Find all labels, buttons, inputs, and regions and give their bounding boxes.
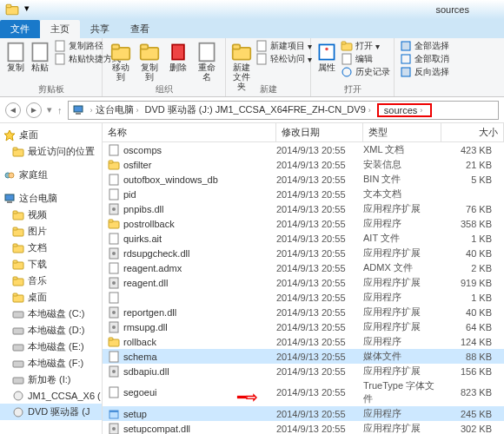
sidebar-item-videos[interactable]: 视频 xyxy=(0,207,102,223)
open-button[interactable]: 打开 ▾ xyxy=(341,40,390,52)
sidebar-item-c-drive[interactable]: 本地磁盘 (C:) xyxy=(0,306,102,322)
rename-button[interactable]: 重命名 xyxy=(195,40,220,82)
file-type: 应用程序 xyxy=(363,291,441,304)
select-none-button[interactable]: 全部取消 xyxy=(400,53,499,65)
ribbon-tabs: 文件 主页 共享 查看 xyxy=(0,19,504,38)
file-type: 应用程序 xyxy=(363,407,441,420)
col-type: 类型 xyxy=(363,123,441,141)
tab-view[interactable]: 查看 xyxy=(120,20,160,38)
table-row[interactable]: osfilter2014/9/13 20:55安装信息21 KB xyxy=(103,157,504,172)
nav-pane[interactable]: 桌面 最近访问的位置 家庭组 这台电脑 视频 图片 文档 下载 音乐 桌面 本地… xyxy=(0,123,103,434)
tab-share[interactable]: 共享 xyxy=(80,20,120,38)
file-size: 919 KB xyxy=(441,278,504,288)
history-button[interactable]: 历史记录 xyxy=(341,66,390,78)
copy-button[interactable]: 复制 xyxy=(5,40,26,72)
sidebar-item-homegroup[interactable]: 家庭组 xyxy=(0,167,102,183)
table-row[interactable]: 2014/9/13 20:55应用程序1 KB xyxy=(103,290,504,305)
table-row[interactable]: setupcompat.dll2014/9/13 20:55应用程序扩展302 … xyxy=(103,421,504,434)
group-organize-label: 组织 xyxy=(103,83,225,95)
table-row[interactable]: reportgen.dll2014/9/13 20:55应用程序扩展40 KB xyxy=(103,305,504,319)
sidebar-item-dvd-drive[interactable]: DVD 驱动器 (J xyxy=(0,404,102,420)
tab-home[interactable]: 主页 xyxy=(40,20,80,38)
qat-down-icon[interactable]: ▾ xyxy=(24,3,38,16)
table-row[interactable]: rmsupg.dll2014/9/13 20:55应用程序扩展64 KB xyxy=(103,319,504,334)
file-date: 2014/9/13 20:55 xyxy=(276,352,363,362)
file-name: osfilter xyxy=(123,160,151,170)
properties-button[interactable]: 属性 xyxy=(316,40,337,78)
nav-recent-icon[interactable]: ▾ xyxy=(47,104,52,115)
sidebar-item-i-drive[interactable]: 新加卷 (I:) xyxy=(0,372,102,388)
sidebar-item-dvd-j[interactable]: JM1_CCSA_X6 ( xyxy=(0,388,102,404)
sidebar-item-pictures[interactable]: 图片 xyxy=(0,223,102,240)
edit-button[interactable]: 编辑 xyxy=(341,53,390,65)
file-icon xyxy=(108,233,120,245)
nav-up-button[interactable]: ↑ xyxy=(57,105,63,115)
sidebar-item-thispc[interactable]: 这台电脑 xyxy=(0,190,102,207)
sidebar-item-d-drive[interactable]: 本地磁盘 (D:) xyxy=(0,322,102,339)
file-date: 2014/9/13 20:55 xyxy=(276,204,363,214)
table-row[interactable]: rollback2014/9/13 20:55应用程序124 KB xyxy=(103,334,504,349)
sidebar-item-f-drive[interactable]: 本地磁盘 (F:) xyxy=(0,355,102,372)
file-size: 64 KB xyxy=(441,322,504,332)
select-all-button[interactable]: 全部选择 xyxy=(400,40,499,52)
table-row[interactable]: postrollback2014/9/13 20:55应用程序358 KB xyxy=(103,216,504,231)
file-type: AIT 文件 xyxy=(363,232,441,245)
tab-file[interactable]: 文件 xyxy=(0,20,40,38)
sidebar-item-desktop[interactable]: 桌面 xyxy=(0,127,102,143)
table-row[interactable]: quirks.ait2014/9/13 20:55AIT 文件1 KB xyxy=(103,231,504,246)
dll-icon xyxy=(108,277,120,289)
moveto-button[interactable]: 移动到 xyxy=(108,40,133,82)
paste-button[interactable]: 粘贴 xyxy=(30,40,50,72)
address-bar: ◄ ► ▾ ↑ ›这台电脑› DVD 驱动器 (J:) JM1_CCSA_X64… xyxy=(0,97,504,123)
svg-point-14 xyxy=(342,68,351,76)
table-row[interactable]: segoeui2014/9/13 20:55TrueType 字体文件823 K… xyxy=(103,378,504,406)
file-icon xyxy=(108,262,120,274)
file-size: 245 KB xyxy=(441,409,504,419)
table-row[interactable]: reagent.admx2014/9/13 20:55ADMX 文件2 KB xyxy=(103,260,504,275)
file-date: 2014/9/13 20:55 xyxy=(276,387,363,398)
table-row[interactable]: sdbapiu.dll2014/9/13 20:55应用程序扩展156 KB xyxy=(103,364,504,378)
breadcrumb[interactable]: ›这台电脑› DVD 驱动器 (J:) JM1_CCSA_X64FRE_ZH-C… xyxy=(68,101,500,120)
file-name: rollback xyxy=(123,337,156,347)
sidebar-item-downloads[interactable]: 下载 xyxy=(0,256,102,273)
table-row[interactable]: pid2014/9/13 20:55文本文档 xyxy=(103,187,504,201)
sidebar-item-documents[interactable]: 文档 xyxy=(0,240,102,256)
table-row[interactable]: reagent.dll2014/9/13 20:55应用程序扩展919 KB xyxy=(103,275,504,290)
column-headers[interactable]: 名称 修改日期 类型 大小 xyxy=(103,123,504,142)
folder-icon xyxy=(108,218,120,230)
file-date: 2014/9/13 20:55 xyxy=(276,233,363,244)
file-name: rmsupg.dll xyxy=(123,322,168,332)
sidebar-item-recent[interactable]: 最近访问的位置 xyxy=(0,143,102,160)
file-type: 应用程序扩展 xyxy=(363,306,441,319)
nav-forward-button[interactable]: ► xyxy=(26,102,42,118)
table-row[interactable]: outofbox_windows_db2014/9/13 20:55BIN 文件… xyxy=(103,172,504,187)
table-row[interactable]: oscomps2014/9/13 20:55XML 文档423 KB xyxy=(103,142,504,157)
file-list[interactable]: oscomps2014/9/13 20:55XML 文档423 KBosfilt… xyxy=(103,142,504,434)
file-icon xyxy=(108,174,120,186)
group-new-label: 新建 xyxy=(226,83,310,95)
table-row[interactable]: schema2014/9/13 20:55媒体文件88 KB xyxy=(103,349,504,364)
file-size: 302 KB xyxy=(441,424,504,434)
sidebar-item-e-drive[interactable]: 本地磁盘 (E:) xyxy=(0,339,102,355)
sidebar-item-desktop2[interactable]: 桌面 xyxy=(0,289,102,306)
table-row[interactable]: pnpibs.dll2014/9/13 20:55应用程序扩展76 KB xyxy=(103,201,504,216)
file-type: 应用程序 xyxy=(363,217,441,230)
sidebar-item-music[interactable]: 音乐 xyxy=(0,273,102,289)
file-type: 应用程序扩展 xyxy=(363,320,441,333)
table-row[interactable]: rdsupgcheck.dll2014/9/13 20:55应用程序扩展40 K… xyxy=(103,246,504,260)
invert-selection-button[interactable]: 反向选择 xyxy=(400,66,499,78)
file-type: 应用程序 xyxy=(363,335,441,348)
folder-icon xyxy=(108,336,120,348)
newitem-button[interactable]: 新建项目 ▾ xyxy=(255,40,312,52)
file-name: outofbox_windows_db xyxy=(123,174,218,185)
file-type: 应用程序扩展 xyxy=(363,365,441,378)
file-name: setup xyxy=(123,409,147,419)
easyaccess-button[interactable]: 轻松访问 ▾ xyxy=(255,53,312,65)
table-row[interactable]: setup2014/9/13 20:55应用程序245 KB xyxy=(103,406,504,421)
nav-back-button[interactable]: ◄ xyxy=(5,102,21,118)
file-name: postrollback xyxy=(123,219,175,229)
file-date: 2014/9/13 20:55 xyxy=(276,248,363,259)
copyto-button[interactable]: 复制到 xyxy=(136,40,162,82)
delete-button[interactable]: 删除 xyxy=(166,40,191,82)
col-name: 名称 xyxy=(103,123,276,141)
